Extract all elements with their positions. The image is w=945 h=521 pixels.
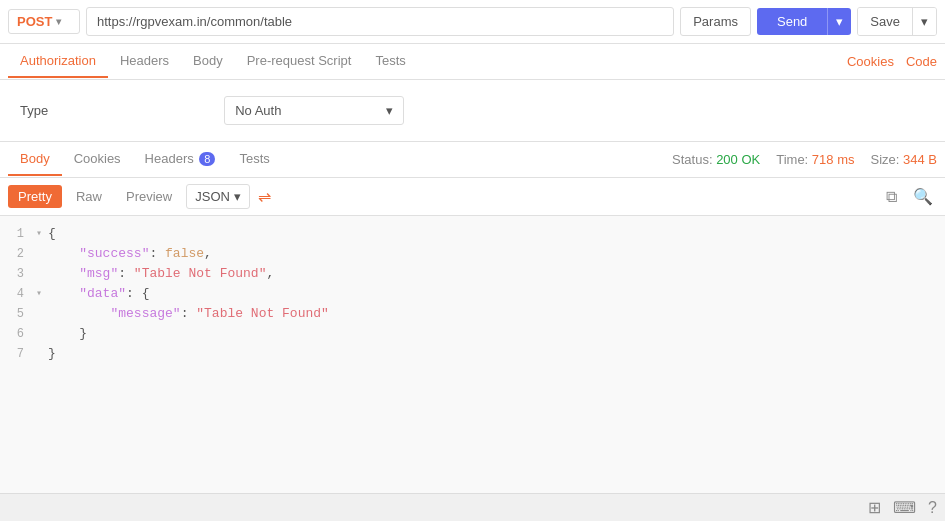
line-num-3: 3 [0,264,36,284]
help-icon[interactable]: ? [928,499,937,517]
line-num-6: 6 [0,324,36,344]
send-group: Send ▾ [757,8,851,35]
tab-authorization[interactable]: Authorization [8,45,108,78]
auth-section: Type No Auth ▾ [0,80,945,142]
request-tabs: Authorization Headers Body Pre-request S… [0,44,945,80]
save-button[interactable]: Save [858,8,912,35]
view-preview-button[interactable]: Preview [116,185,182,208]
tab-body[interactable]: Body [181,45,235,78]
url-input[interactable] [86,7,674,36]
line-content-4: "data": { [48,284,149,304]
line-content-1: { [48,224,56,244]
status-label: Status: 200 OK [672,152,760,167]
view-pretty-button[interactable]: Pretty [8,185,62,208]
response-status-bar: Status: 200 OK Time: 718 ms Size: 344 B [672,152,937,167]
search-button[interactable]: 🔍 [909,185,937,208]
response-tabs-bar: Body Cookies Headers 8 Tests Status: 200… [0,142,945,178]
cookies-link[interactable]: Cookies [847,54,894,69]
line-arrow-6 [36,324,48,344]
tab-tests[interactable]: Tests [363,45,417,78]
line-num-4: 4 [0,284,36,304]
code-line-5: 5 "message": "Table Not Found" [0,304,945,324]
time-label: Time: 718 ms [776,152,854,167]
line-content-7: } [48,344,56,364]
method-label: POST [17,14,52,29]
line-arrow-5 [36,304,48,324]
format-label: JSON [195,189,230,204]
method-selector[interactable]: POST ▾ [8,9,80,34]
format-select[interactable]: JSON ▾ [186,184,250,209]
bottom-bar: ⊞ ⌨ ? [0,493,945,521]
response-toolbar: Pretty Raw Preview JSON ▾ ⇌ ⧉ 🔍 [0,178,945,216]
size-label: Size: 344 B [871,152,938,167]
line-arrow-1[interactable]: ▾ [36,224,48,244]
line-arrow-2 [36,244,48,264]
code-area: 1 ▾ { 2 "success": false, 3 "msg": "Tabl… [0,216,945,493]
line-content-5: "message": "Table Not Found" [48,304,329,324]
copy-button[interactable]: ⧉ [882,185,901,208]
code-line-3: 3 "msg": "Table Not Found", [0,264,945,284]
line-num-1: 1 [0,224,36,244]
tab-headers[interactable]: Headers [108,45,181,78]
line-arrow-3 [36,264,48,284]
code-line-1: 1 ▾ { [0,224,945,244]
auth-type-select[interactable]: No Auth ▾ [224,96,404,125]
auth-type-chevron: ▾ [386,103,393,118]
save-group: Save ▾ [857,7,937,36]
auth-type-label: Type [20,103,48,118]
resp-tab-headers[interactable]: Headers 8 [133,143,228,176]
send-dropdown-button[interactable]: ▾ [827,8,851,35]
code-line-4: 4 ▾ "data": { [0,284,945,304]
tab-prerequest[interactable]: Pre-request Script [235,45,364,78]
view-raw-button[interactable]: Raw [66,185,112,208]
keyboard-icon[interactable]: ⌨ [893,498,916,517]
line-num-7: 7 [0,344,36,364]
format-chevron: ▾ [234,189,241,204]
params-button[interactable]: Params [680,7,751,36]
line-content-6: } [48,324,87,344]
code-line-6: 6 } [0,324,945,344]
top-toolbar: POST ▾ Params Send ▾ Save ▾ [0,0,945,44]
status-value: 200 OK [716,152,760,167]
line-content-2: "success": false, [48,244,212,264]
resp-tab-tests[interactable]: Tests [227,143,281,176]
size-value: 344 B [903,152,937,167]
send-button[interactable]: Send [757,8,827,35]
line-arrow-4[interactable]: ▾ [36,284,48,304]
code-link[interactable]: Code [906,54,937,69]
line-arrow-7 [36,344,48,364]
resp-toolbar-right: ⧉ 🔍 [882,185,937,208]
headers-badge: 8 [199,152,215,166]
resp-tab-cookies[interactable]: Cookies [62,143,133,176]
code-line-2: 2 "success": false, [0,244,945,264]
wrap-button[interactable]: ⇌ [258,187,271,206]
code-line-7: 7 } [0,344,945,364]
right-links: Cookies Code [847,54,937,69]
method-chevron: ▾ [56,16,61,27]
time-value: 718 ms [812,152,855,167]
grid-icon[interactable]: ⊞ [868,498,881,517]
line-content-3: "msg": "Table Not Found", [48,264,274,284]
auth-type-value: No Auth [235,103,281,118]
line-num-5: 5 [0,304,36,324]
response-section: Body Cookies Headers 8 Tests Status: 200… [0,142,945,493]
app-container: POST ▾ Params Send ▾ Save ▾ Authorizatio… [0,0,945,521]
line-num-2: 2 [0,244,36,264]
resp-tab-body[interactable]: Body [8,143,62,176]
save-dropdown-button[interactable]: ▾ [912,8,936,35]
